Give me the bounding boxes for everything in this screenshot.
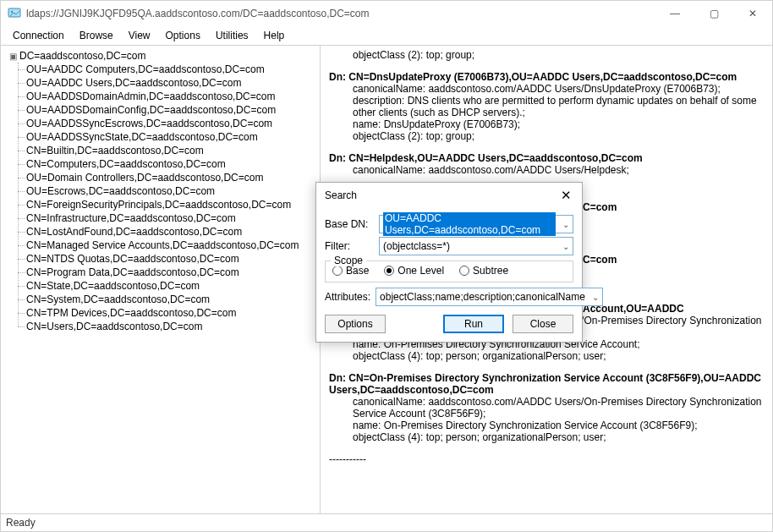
- result-footer: -----------: [329, 453, 764, 465]
- tree-node-label: OU=AADDSDomainAdmin,DC=aaddscontoso,DC=c…: [26, 90, 275, 102]
- attr-line: description: DNS clients who are permitt…: [329, 95, 764, 118]
- tree-node-label: CN=Computers,DC=aaddscontoso,DC=com: [26, 158, 226, 170]
- dialog-body: Base DN: OU=AADDC Users,DC=aaddscontoso,…: [316, 206, 582, 342]
- attr-line: name: DnsUpdateProxy (E7006B73);: [329, 118, 764, 130]
- menu-connection[interactable]: Connection: [6, 28, 71, 43]
- tree-pane[interactable]: ▣ DC=aaddscontoso,DC=com OU=AADDC Comput…: [1, 46, 321, 513]
- collapse-icon[interactable]: ▣: [8, 51, 18, 61]
- tree-node[interactable]: CN=Builtin,DC=aaddscontoso,DC=com: [26, 144, 318, 157]
- tree-node-label: CN=ForeignSecurityPrincipals,DC=aaddscon…: [26, 199, 291, 211]
- tree-node[interactable]: CN=NTDS Quotas,DC=aaddscontoso,DC=com: [26, 252, 318, 266]
- tree-node[interactable]: OU=AADDSDomainConfig,DC=aaddscontoso,DC=…: [26, 103, 318, 117]
- tree-node-label: CN=Users,DC=aaddscontoso,DC=com: [26, 321, 202, 332]
- search-dialog: Search ✕ Base DN: OU=AADDC Users,DC=aadd…: [315, 182, 583, 343]
- menu-view[interactable]: View: [122, 28, 157, 43]
- dialog-button-row: Options Run Close: [325, 315, 573, 333]
- run-button[interactable]: Run: [443, 315, 504, 333]
- tree-root-node[interactable]: ▣ DC=aaddscontoso,DC=com: [8, 49, 318, 63]
- tree-node-label: OU=Domain Controllers,DC=aaddscontoso,DC…: [26, 172, 263, 184]
- tree-node-label: CN=Builtin,DC=aaddscontoso,DC=com: [26, 145, 204, 156]
- scope-subtree-radio[interactable]: Subtree: [459, 265, 508, 277]
- tree-node-label: CN=Infrastructure,DC=aaddscontoso,DC=com: [26, 212, 236, 224]
- scope-one-level-radio[interactable]: One Level: [384, 265, 444, 277]
- tree-root-container: ▣ DC=aaddscontoso,DC=com OU=AADDC Comput…: [3, 49, 318, 333]
- dn-line: Dn: CN=DnsUpdateProxy (E7006B73),OU=AADD…: [329, 71, 764, 83]
- tree-node-label: CN=TPM Devices,DC=aaddscontoso,DC=com: [26, 307, 236, 319]
- tree-node[interactable]: CN=ForeignSecurityPrincipals,DC=aaddscon…: [26, 198, 318, 211]
- base-dn-row: Base DN: OU=AADDC Users,DC=aaddscontoso,…: [325, 215, 573, 233]
- chevron-down-icon: ⌄: [562, 242, 569, 251]
- attr-line: objectClass (2): top; group;: [329, 130, 764, 142]
- tree-node[interactable]: OU=Domain Controllers,DC=aaddscontoso,DC…: [26, 171, 318, 184]
- tree-node[interactable]: CN=System,DC=aaddscontoso,DC=com: [26, 293, 318, 306]
- attr-line: canonicalName: aaddscontoso.com/AADDC Us…: [329, 396, 764, 420]
- scope-one-label: One Level: [397, 265, 444, 277]
- maximize-button[interactable]: ▢: [694, 1, 733, 26]
- menu-help[interactable]: Help: [257, 28, 292, 43]
- tree-node-label: OU=AADDSDomainConfig,DC=aaddscontoso,DC=…: [26, 104, 276, 116]
- attr-line: canonicalName: aaddscontoso.com/AADDC Us…: [329, 164, 764, 176]
- tree-node-label: CN=Managed Service Accounts,DC=aaddscont…: [26, 239, 299, 251]
- attr-line: objectClass (2): top; group;: [329, 49, 764, 61]
- close-dialog-button[interactable]: Close: [513, 315, 573, 333]
- attributes-combo[interactable]: objectClass;name;description;canonicalNa…: [376, 288, 603, 306]
- window-title: ldaps://JGNIJ9KJQFD95QA.aaddscontoso.com…: [26, 8, 370, 19]
- tree-node[interactable]: CN=Infrastructure,DC=aaddscontoso,DC=com: [26, 211, 318, 225]
- result-entry: Dn: CN=Helpdesk,OU=AADDC Users,DC=aaddsc…: [329, 152, 764, 176]
- filter-row: Filter: (objectclass=*) ⌄: [325, 237, 573, 255]
- radio-icon: [384, 266, 394, 276]
- filter-combo[interactable]: (objectclass=*) ⌄: [379, 237, 573, 255]
- tree-node[interactable]: CN=TPM Devices,DC=aaddscontoso,DC=com: [26, 306, 318, 320]
- dn-line: Dn: CN=Helpdesk,OU=AADDC Users,DC=aaddsc…: [329, 152, 764, 164]
- statusbar: Ready: [1, 513, 772, 530]
- menu-browse[interactable]: Browse: [73, 28, 120, 43]
- tree-node[interactable]: OU=AADDSDomainAdmin,DC=aaddscontoso,DC=c…: [26, 90, 318, 103]
- tree-node-label: CN=State,DC=aaddscontoso,DC=com: [26, 280, 200, 292]
- attr-line: objectClass (4): top; person; organizati…: [329, 431, 764, 443]
- scope-base-radio[interactable]: Base: [332, 265, 369, 277]
- tree-node-label: OU=AADDSSyncEscrows,DC=aaddscontoso,DC=c…: [26, 118, 272, 129]
- tree-node[interactable]: CN=Program Data,DC=aaddscontoso,DC=com: [26, 266, 318, 279]
- result-entry: Dn: CN=DnsUpdateProxy (E7006B73),OU=AADD…: [329, 71, 764, 142]
- titlebar: ldaps://JGNIJ9KJQFD95QA.aaddscontoso.com…: [1, 1, 772, 26]
- minimize-button[interactable]: —: [655, 1, 694, 26]
- tree-node[interactable]: OU=AADDC Users,DC=aaddscontoso,DC=com: [26, 76, 318, 90]
- tree-node[interactable]: CN=LostAndFound,DC=aaddscontoso,DC=com: [26, 225, 318, 239]
- result-entry: objectClass (2): top; group;: [329, 49, 764, 61]
- tree-node-label: CN=Program Data,DC=aaddscontoso,DC=com: [26, 266, 239, 278]
- tree-node[interactable]: CN=Computers,DC=aaddscontoso,DC=com: [26, 157, 318, 171]
- scope-legend: Scope: [331, 255, 366, 266]
- tree-node[interactable]: CN=Users,DC=aaddscontoso,DC=com: [26, 320, 318, 333]
- attr-line: name: On-Premises Directory Synchronizat…: [329, 420, 764, 431]
- dn-line: Dn: CN=On-Premises Directory Synchroniza…: [329, 372, 764, 396]
- scope-subtree-label: Subtree: [473, 265, 508, 277]
- tree-node[interactable]: OU=AADDC Computers,DC=aaddscontoso,DC=co…: [26, 63, 318, 76]
- window-controls: — ▢ ✕: [655, 1, 772, 26]
- tree-node-label: OU=Escrows,DC=aaddscontoso,DC=com: [26, 185, 215, 197]
- menu-options[interactable]: Options: [159, 28, 207, 43]
- attributes-value: objectClass;name;description;canonicalNa…: [380, 291, 585, 303]
- menu-utilities[interactable]: Utilities: [209, 28, 255, 43]
- attributes-row: Attributes: objectClass;name;description…: [325, 288, 573, 306]
- dialog-close-button[interactable]: ✕: [558, 188, 573, 203]
- tree-children: OU=AADDC Computers,DC=aaddscontoso,DC=co…: [8, 63, 318, 333]
- radio-icon: [332, 266, 343, 276]
- tree-node[interactable]: CN=Managed Service Accounts,DC=aaddscont…: [26, 239, 318, 252]
- options-button[interactable]: Options: [325, 315, 386, 333]
- tree-node[interactable]: OU=AADDSSyncState,DC=aaddscontoso,DC=com: [26, 130, 318, 144]
- chevron-down-icon: ⌄: [562, 220, 569, 229]
- base-dn-value: OU=AADDC Users,DC=aaddscontoso,DC=com: [383, 212, 556, 236]
- scope-base-label: Base: [346, 265, 369, 277]
- tree-node[interactable]: OU=Escrows,DC=aaddscontoso,DC=com: [26, 184, 318, 198]
- tree-root-label: DC=aaddscontoso,DC=com: [19, 50, 145, 62]
- filter-label: Filter:: [325, 240, 374, 252]
- attributes-label: Attributes:: [325, 291, 370, 303]
- tree-node[interactable]: OU=AADDSSyncEscrows,DC=aaddscontoso,DC=c…: [26, 117, 318, 130]
- menubar: Connection Browse View Options Utilities…: [1, 26, 772, 46]
- dialog-title-text: Search: [325, 189, 357, 201]
- close-button[interactable]: ✕: [733, 1, 772, 26]
- base-dn-combo[interactable]: OU=AADDC Users,DC=aaddscontoso,DC=com ⌄: [379, 215, 573, 233]
- tree-node-label: CN=LostAndFound,DC=aaddscontoso,DC=com: [26, 226, 242, 238]
- attr-line: canonicalName: aaddscontoso.com/AADDC Us…: [329, 83, 764, 95]
- tree-node[interactable]: CN=State,DC=aaddscontoso,DC=com: [26, 279, 318, 293]
